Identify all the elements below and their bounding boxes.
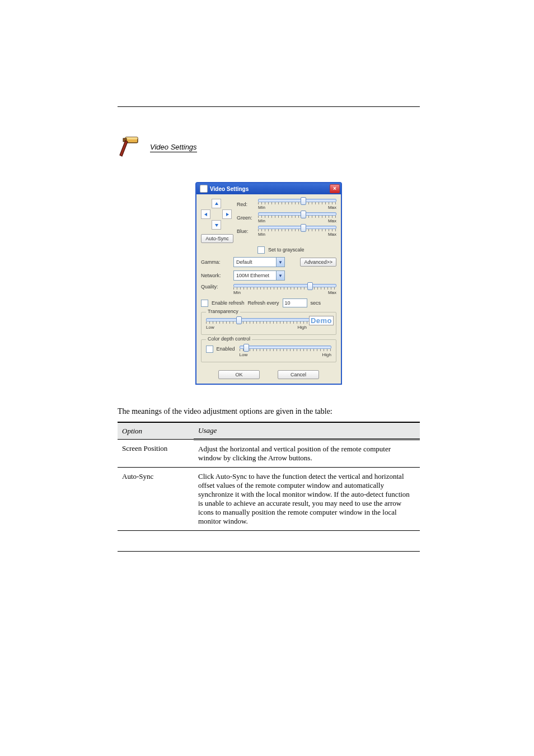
red-label: Red:	[237, 202, 255, 207]
table-row: Auto-Sync Click Auto-Sync to have the fu…	[118, 468, 420, 531]
close-icon[interactable]: ×	[330, 184, 340, 193]
color-depth-enabled-checkbox[interactable]	[206, 346, 213, 353]
network-select[interactable]: 100M Ethernet ▼	[233, 270, 285, 281]
dialog-titlebar[interactable]: Video Settings ×	[196, 183, 341, 194]
grayscale-checkbox[interactable]	[257, 246, 265, 254]
arrow-down-icon[interactable]	[212, 220, 221, 230]
screen-position-pad[interactable]	[201, 199, 232, 230]
gamma-label: Gamma:	[201, 259, 229, 265]
auto-sync-button[interactable]: Auto-Sync	[201, 234, 233, 243]
transparency-legend: Transparency	[206, 309, 240, 314]
app-icon	[200, 185, 208, 193]
svg-rect-1	[125, 137, 138, 139]
section-title: Video Settings	[150, 143, 197, 152]
quality-slider[interactable]: MinMax	[233, 284, 336, 295]
quality-label: Quality:	[201, 284, 229, 290]
arrow-up-icon[interactable]	[212, 199, 221, 208]
enabled-label: Enabled	[217, 346, 235, 352]
table-row: Screen Position Adjust the horizontal an…	[118, 440, 420, 468]
demo-box: Demo	[309, 316, 334, 325]
blue-slider[interactable]: MinMax	[258, 226, 336, 237]
chevron-down-icon[interactable]: ▼	[276, 271, 284, 280]
secs-label: secs	[311, 300, 321, 306]
ok-button[interactable]: OK	[218, 370, 260, 379]
blue-label: Blue:	[237, 228, 255, 234]
green-label: Green:	[237, 215, 255, 221]
red-slider[interactable]: MinMax	[258, 199, 336, 210]
refresh-interval-input[interactable]: 10	[283, 298, 307, 307]
color-depth-slider[interactable]	[240, 346, 331, 351]
color-depth-legend: Color depth control	[206, 336, 252, 342]
refresh-every-label: Refresh every	[248, 300, 279, 306]
enable-refresh-label: Enable refresh	[212, 300, 245, 306]
arrow-left-icon[interactable]	[201, 209, 210, 219]
options-table: Option Usage Screen Position Adjust the …	[118, 422, 420, 531]
video-settings-dialog: Video Settings ×	[195, 182, 342, 385]
grayscale-label: Set to grayscale	[268, 247, 305, 253]
table-header-usage: Usage	[194, 422, 420, 440]
chevron-down-icon[interactable]: ▼	[276, 258, 284, 267]
advanced-button[interactable]: Advanced>>	[300, 258, 336, 267]
green-slider[interactable]: MinMax	[258, 212, 336, 223]
description-text: The meanings of the video adjustment opt…	[118, 407, 420, 416]
hammer-icon	[118, 135, 140, 160]
network-label: Network:	[201, 273, 229, 278]
enable-refresh-checkbox[interactable]	[201, 300, 208, 307]
table-header-option: Option	[118, 422, 194, 440]
dialog-title: Video Settings	[210, 186, 330, 192]
arrow-right-icon[interactable]	[222, 209, 232, 219]
cancel-button[interactable]: Cancel	[278, 370, 319, 379]
gamma-select[interactable]: Default ▼	[233, 257, 285, 267]
